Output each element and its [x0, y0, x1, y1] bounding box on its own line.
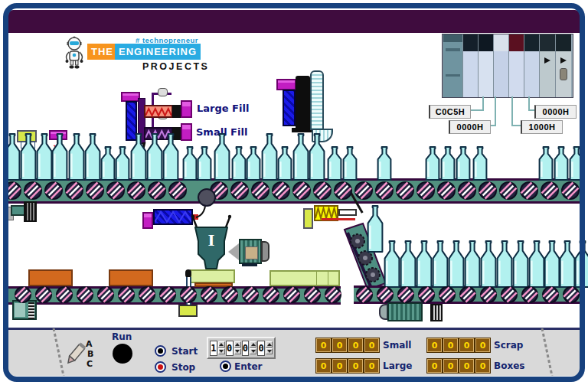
bottle	[36, 133, 53, 181]
large-fill-cylinder	[144, 105, 173, 118]
conveyor-roller	[541, 285, 560, 307]
preset-increment-button[interactable]	[250, 341, 256, 347]
preset-digit: 1	[210, 341, 217, 356]
register-value-1: C0C5H	[429, 105, 471, 119]
register-value-2: 0000H	[449, 120, 491, 134]
motor-nameplate	[245, 246, 258, 259]
counter-digit: 0	[316, 359, 331, 373]
conveyor-roller	[562, 285, 580, 307]
counter-digit: 0	[427, 359, 442, 373]
bottle	[261, 133, 278, 181]
preset-decrement-button[interactable]	[250, 348, 256, 354]
bottle-line-simulator: # technopreneur THE ENGINEERING PROJECTS…	[0, 0, 588, 385]
counter-digit: 0	[459, 338, 474, 352]
conveyor-roller	[64, 181, 84, 204]
preset-digit: 0	[242, 341, 250, 356]
preset-increment-button[interactable]	[234, 341, 241, 347]
counter-digit: 0	[475, 359, 490, 373]
bottle	[400, 240, 416, 288]
panel-tear-right	[537, 328, 557, 376]
preset-decrement-button[interactable]	[266, 348, 273, 354]
bottle	[100, 146, 116, 181]
plc-module	[478, 34, 493, 97]
bottle	[246, 146, 261, 181]
counter-digit: 0	[427, 338, 442, 352]
plc-wire	[469, 109, 484, 111]
conveyor-roller	[560, 181, 580, 204]
enter-radio[interactable]	[220, 361, 231, 372]
bottle	[384, 240, 400, 288]
preset-decrement-button[interactable]	[234, 348, 241, 354]
bottle	[425, 146, 440, 181]
bottle	[277, 146, 292, 181]
plc-module	[524, 34, 539, 97]
conveyor-roller	[417, 285, 436, 307]
small-fill-capblock	[181, 123, 192, 141]
selector-letter-a: A	[86, 339, 93, 349]
conveyor-roller	[250, 181, 270, 204]
bottle	[574, 240, 588, 288]
diverter-block	[303, 208, 313, 229]
conveyor-roller	[438, 285, 456, 307]
preset-display[interactable]: 1000	[207, 337, 276, 359]
conveyor-roller	[374, 181, 394, 204]
bottle	[197, 146, 212, 181]
capper-cylinder	[296, 76, 310, 129]
conveyor-roller	[158, 285, 177, 307]
counter-label-boxes: Boxes	[494, 361, 524, 371]
preset-increment-button[interactable]	[266, 341, 273, 347]
carton-box	[28, 269, 73, 286]
conveyor-roller	[498, 181, 518, 204]
plc-wire	[495, 96, 496, 126]
bottle	[554, 146, 569, 181]
selector-letter-b: B	[87, 349, 93, 359]
preset-decrement-button[interactable]	[218, 348, 225, 354]
bottle	[559, 240, 576, 288]
conveyor-roller	[168, 181, 188, 204]
bottle	[367, 205, 384, 253]
plc-module	[493, 34, 508, 97]
case-box-long	[270, 270, 340, 286]
conveyor-roller	[457, 181, 477, 204]
conveyor-roller	[333, 181, 353, 204]
bottle	[231, 146, 247, 181]
plc-wire	[511, 96, 513, 126]
preset-digit: 0	[226, 341, 234, 356]
counter-boxes: 0000	[427, 359, 490, 373]
conveyor-roller	[521, 285, 539, 307]
preset-increment-button[interactable]	[218, 341, 225, 347]
conveyor-roller	[96, 285, 115, 307]
bottle	[472, 146, 488, 181]
bottle	[115, 146, 130, 181]
register-value-4: 1000H	[521, 120, 563, 134]
conveyor-roller	[230, 181, 250, 204]
counter-digit: 0	[332, 359, 347, 373]
start-label: Start	[172, 346, 198, 357]
stop-radio[interactable]	[155, 361, 166, 373]
conveyor-roller	[271, 181, 291, 204]
start-radio[interactable]	[155, 345, 166, 357]
conveyor-roller	[23, 181, 43, 204]
drive-gearbox	[24, 201, 37, 222]
conveyor-roller	[397, 285, 415, 307]
gate-solenoid-body	[153, 209, 193, 225]
brand-projects: PROJECTS	[142, 61, 209, 72]
conveyor-roller	[303, 285, 322, 307]
conveyor-roller	[197, 188, 217, 210]
counter-label-scrap: Scrap	[494, 340, 523, 351]
motor-endcap	[261, 241, 270, 262]
bottle	[480, 240, 497, 288]
conveyor-roller	[14, 285, 32, 307]
conveyor-roller	[85, 181, 105, 204]
conveyor-roller	[395, 181, 415, 204]
conveyor-roller	[324, 285, 342, 307]
conveyor-roller	[2, 181, 22, 204]
selector-letter-c: C	[87, 359, 93, 369]
bottle	[182, 146, 198, 181]
brand-the: THE	[87, 44, 117, 60]
plc-module	[555, 34, 571, 97]
conveyor-roller	[478, 181, 498, 204]
conveyor-roller	[436, 181, 456, 204]
conveyor-roller	[55, 285, 74, 307]
bottle	[432, 240, 449, 288]
